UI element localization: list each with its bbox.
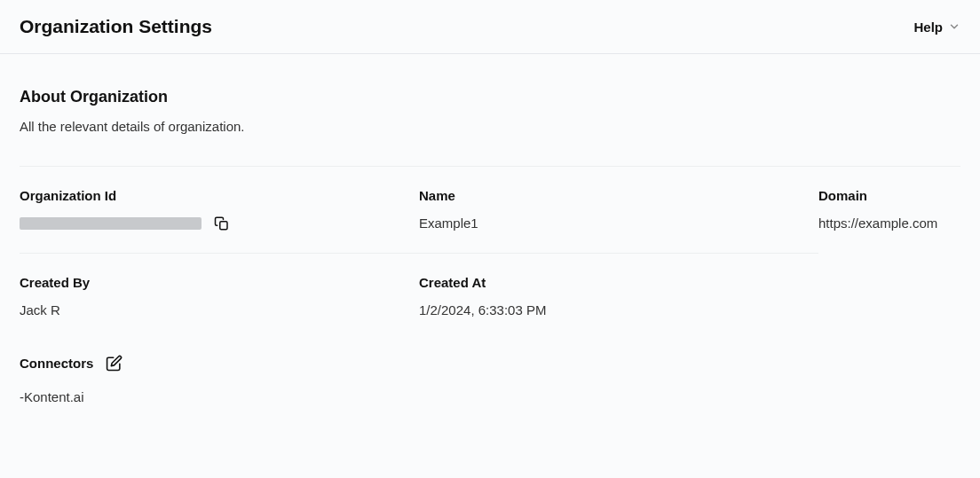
field-domain: Domain https://example.com: [818, 188, 960, 231]
field-created-by: Created By Jack R: [20, 275, 419, 317]
help-button[interactable]: Help: [913, 20, 960, 35]
details-row-2: Created By Jack R Created At 1/2/2024, 6…: [20, 254, 960, 339]
svg-rect-0: [220, 222, 227, 230]
copy-icon[interactable]: [214, 215, 230, 231]
connectors-label: Connectors: [20, 356, 93, 371]
name-value: Example1: [419, 215, 818, 231]
about-description: All the relevant details of organization…: [20, 119, 960, 134]
created-by-label: Created By: [20, 275, 419, 290]
name-label: Name: [419, 188, 818, 203]
field-name: Name Example1: [419, 188, 818, 231]
page-title: Organization Settings: [20, 16, 212, 37]
connector-item: -Kontent.ai: [20, 389, 960, 404]
details-row-1: Organization Id Name Example1 Domain htt…: [20, 167, 960, 253]
page-header: Organization Settings Help: [0, 0, 980, 54]
field-org-id: Organization Id: [20, 188, 419, 231]
created-at-label: Created At: [419, 275, 818, 290]
content-area: About Organization All the relevant deta…: [0, 54, 980, 404]
chevron-down-icon: [948, 20, 960, 33]
domain-value: https://example.com: [818, 215, 960, 231]
field-created-at: Created At 1/2/2024, 6:33:03 PM: [419, 275, 818, 317]
help-label: Help: [913, 20, 943, 35]
edit-icon[interactable]: [106, 355, 122, 372]
about-title: About Organization: [20, 88, 960, 106]
org-id-label: Organization Id: [20, 188, 419, 203]
connectors-header: Connectors: [20, 355, 960, 372]
created-by-value: Jack R: [20, 302, 419, 317]
domain-label: Domain: [818, 188, 960, 203]
org-id-value-row: [20, 215, 419, 231]
org-id-redacted: [20, 217, 202, 230]
created-at-value: 1/2/2024, 6:33:03 PM: [419, 302, 818, 317]
connectors-section: Connectors -Kontent.ai: [20, 339, 960, 404]
